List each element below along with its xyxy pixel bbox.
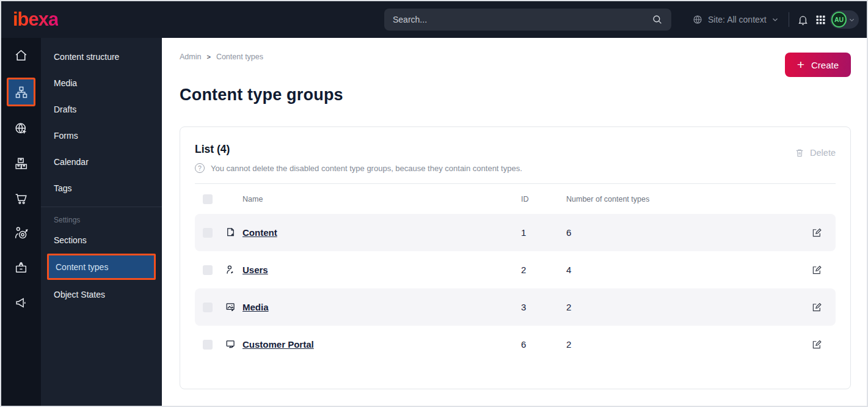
plus-icon: + (797, 58, 804, 71)
column-header-id: ID (521, 195, 566, 204)
breadcrumb-admin[interactable]: Admin (180, 53, 201, 61)
sidebar-item-sections[interactable]: Sections (41, 227, 162, 253)
sidebar-item-label: Media (54, 78, 77, 88)
chevron-down-icon (848, 16, 855, 23)
trash-icon (795, 148, 804, 158)
content-type-groups-table: Name ID Number of content types Content … (195, 183, 836, 363)
table-row: Users 2 4 (195, 251, 836, 288)
edit-button[interactable] (806, 222, 828, 244)
row-checkbox[interactable] (203, 265, 213, 275)
monitor-icon (225, 339, 243, 350)
sidebar-item-content-structure[interactable]: Content structure (41, 43, 162, 70)
main-content: Admin > Content types + Create Content t… (162, 38, 868, 407)
site-context-label: Site: All context (708, 15, 767, 24)
group-link[interactable]: Users (243, 265, 268, 275)
global-search[interactable] (384, 9, 671, 31)
sidebar-item-object-states[interactable]: Object States (41, 281, 162, 307)
globe-icon (692, 14, 703, 25)
nav-personalization-target-icon[interactable] (1, 216, 41, 251)
edit-button[interactable] (806, 259, 828, 281)
nav-content-sitemap-icon[interactable] (1, 75, 41, 109)
column-header-name: Name (243, 195, 521, 204)
list-title: List (4) (195, 143, 522, 156)
breadcrumb: Admin > Content types (180, 53, 263, 61)
group-link[interactable]: Media (243, 302, 269, 312)
nav-products-boxes-icon[interactable] (1, 146, 41, 181)
sidebar-item-drafts[interactable]: Drafts (41, 96, 162, 122)
table-row: Content 1 6 (195, 214, 836, 251)
nav-selected-highlight (7, 78, 35, 106)
user-menu[interactable]: AU (830, 10, 859, 29)
search-input[interactable] (393, 15, 652, 24)
content-type-groups-card: List (4) ? You cannot delete the disable… (180, 127, 851, 389)
avatar: AU (831, 12, 847, 28)
group-count: 2 (566, 339, 806, 350)
sidebar-item-calendar[interactable]: Calendar (41, 148, 162, 175)
sidebar-item-label: Content structure (54, 52, 119, 62)
sidebar-divider (41, 207, 162, 207)
user-icon (225, 264, 243, 276)
table-row: Media 3 2 (195, 288, 836, 326)
row-checkbox[interactable] (203, 340, 213, 350)
info-text: You cannot delete the disabled content t… (211, 164, 522, 173)
top-bar: ibexa Site: All context AU (1, 1, 867, 38)
content-sidebar: Content structure Media Drafts Forms Cal… (41, 38, 162, 407)
notifications-bell-icon[interactable] (797, 1, 809, 38)
main-nav-rail (1, 38, 41, 407)
nav-commerce-cart-icon[interactable] (1, 181, 41, 216)
sidebar-item-content-types[interactable]: Content types (47, 254, 156, 280)
image-icon (225, 301, 243, 313)
edit-button[interactable] (806, 334, 828, 356)
create-button-label: Create (811, 60, 839, 70)
content-file-icon (225, 227, 243, 238)
nav-admin-badge-icon[interactable] (1, 251, 41, 285)
sidebar-item-media[interactable]: Media (41, 70, 162, 96)
delete-button[interactable]: Delete (795, 148, 836, 158)
edit-button[interactable] (806, 296, 828, 318)
table-row: Customer Portal 6 2 (195, 326, 836, 363)
column-header-count: Number of content types (566, 195, 806, 204)
app-switcher-grid-icon[interactable] (815, 1, 826, 38)
group-link[interactable]: Content (243, 227, 277, 238)
row-checkbox[interactable] (203, 228, 213, 238)
breadcrumb-separator: > (206, 53, 210, 61)
sidebar-item-label: Tags (54, 183, 72, 193)
sidebar-item-tags[interactable]: Tags (41, 175, 162, 201)
group-id: 2 (521, 265, 566, 275)
sidebar-item-label: Object States (54, 290, 105, 299)
app-window: ibexa Site: All context AU (0, 0, 868, 407)
group-id: 6 (521, 339, 566, 350)
group-count: 4 (566, 265, 806, 275)
group-id: 1 (521, 227, 566, 238)
chevron-down-icon (771, 16, 779, 23)
page-title: Content type groups (180, 86, 343, 105)
group-link[interactable]: Customer Portal (243, 339, 314, 350)
group-count: 2 (566, 302, 806, 312)
nav-site-globe-icon[interactable] (1, 111, 41, 146)
sidebar-item-label: Sections (54, 235, 87, 245)
breadcrumb-content-types[interactable]: Content types (216, 53, 263, 61)
nav-dashboard-home-icon[interactable] (1, 38, 41, 73)
select-all-checkbox[interactable] (203, 194, 213, 204)
sidebar-settings-label: Settings (41, 213, 162, 227)
sidebar-item-label: Calendar (54, 157, 89, 167)
search-icon[interactable] (652, 14, 663, 25)
group-count: 6 (566, 227, 806, 238)
site-context-selector[interactable]: Site: All context (692, 1, 779, 38)
group-id: 3 (521, 302, 566, 312)
create-button[interactable]: + Create (785, 53, 851, 77)
sidebar-item-forms[interactable]: Forms (41, 122, 162, 148)
row-checkbox[interactable] (203, 302, 213, 312)
nav-campaigns-megaphone-icon[interactable] (1, 285, 41, 320)
ibexa-logo[interactable]: ibexa (13, 9, 58, 31)
sidebar-item-label: Forms (54, 131, 78, 141)
info-message: ? You cannot delete the disabled content… (195, 163, 522, 173)
sidebar-item-label: Drafts (54, 105, 76, 114)
help-question-icon: ? (195, 163, 205, 173)
table-header-row: Name ID Number of content types (195, 184, 836, 214)
sidebar-item-label: Content types (56, 262, 108, 272)
topbar-divider (789, 12, 789, 27)
delete-button-label: Delete (810, 148, 836, 158)
